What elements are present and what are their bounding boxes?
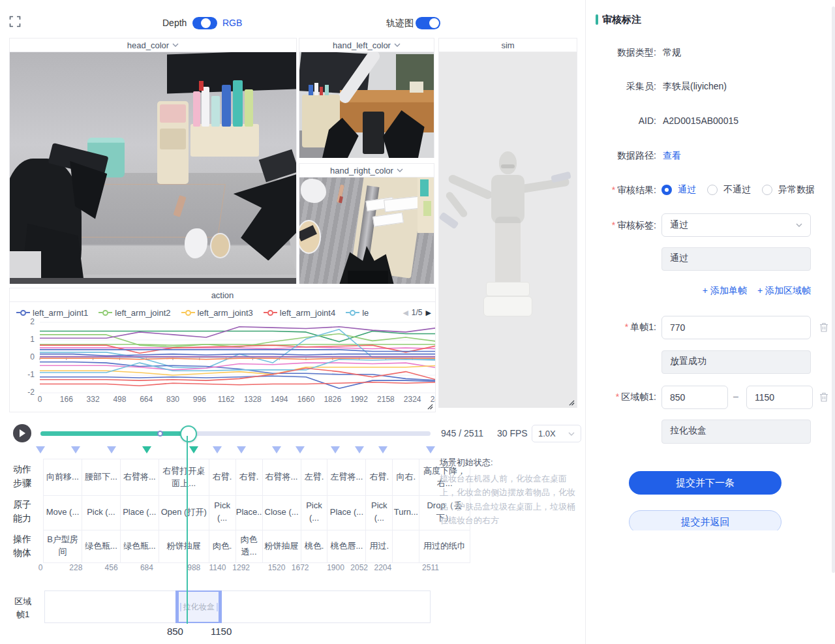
step-cell[interactable]: 右臂将... <box>263 459 301 495</box>
object-cell[interactable] <box>393 530 419 562</box>
legend-item[interactable]: left_arm_joint4 <box>264 308 335 318</box>
step-cell[interactable]: 向右. <box>393 459 419 495</box>
object-cell[interactable]: 肉色透... <box>236 530 263 562</box>
timeline-marker[interactable] <box>71 446 80 453</box>
progress-handle[interactable] <box>180 425 197 442</box>
submit-next-button[interactable]: 提交并下一条 <box>629 471 782 495</box>
region-start-input[interactable] <box>661 386 728 409</box>
hand-right-camera-title: hand_right_color <box>330 166 393 176</box>
timeline-marker[interactable] <box>296 446 305 453</box>
object-cell[interactable]: 用过的纸巾 <box>419 530 470 562</box>
depth-rgb-toggle[interactable] <box>192 17 217 29</box>
panel-scrollbar[interactable] <box>832 7 835 573</box>
trash-icon[interactable] <box>819 391 829 403</box>
ability-cell[interactable]: Place (... <box>327 495 366 530</box>
radio-pass[interactable] <box>661 185 672 195</box>
chevron-down-icon <box>394 43 401 47</box>
object-cell[interactable]: 绿色瓶... <box>121 530 159 562</box>
trash-icon[interactable] <box>819 322 829 333</box>
object-cell[interactable]: 桃色. <box>301 530 328 562</box>
step-cell[interactable]: 左臂将... <box>327 459 366 495</box>
radio-abnormal[interactable] <box>762 185 772 195</box>
progress-track[interactable] <box>40 431 431 436</box>
timeline-marker[interactable] <box>142 446 151 453</box>
trajectory-toggle[interactable] <box>416 17 440 29</box>
object-cell[interactable]: 粉饼抽屉 <box>263 530 301 562</box>
ability-cell[interactable]: Pick (... <box>301 495 328 530</box>
region-drag-right[interactable] <box>217 603 218 611</box>
frame-scale-label: 0 <box>38 563 43 572</box>
step-cell[interactable]: 左臂. <box>301 459 328 495</box>
region-frame-note[interactable]: 拉化妆盒 <box>661 420 811 444</box>
single-frame-input[interactable] <box>661 316 811 339</box>
timeline-marker[interactable] <box>36 446 45 453</box>
y-tick-label: -2 <box>18 388 35 397</box>
legend-item[interactable]: left_arm_joint1 <box>16 308 88 318</box>
step-cell[interactable]: 右臂将... <box>121 459 159 495</box>
speed-select[interactable]: 1.0X <box>532 425 581 442</box>
legend-item[interactable]: left_arm_joint2 <box>99 308 170 318</box>
resize-handle-icon[interactable] <box>569 400 575 406</box>
ability-cell[interactable]: Turn... <box>393 495 419 530</box>
timeline-marker[interactable] <box>378 446 387 453</box>
ability-cell[interactable]: Place (... <box>121 495 159 530</box>
timeline-marker[interactable] <box>213 446 222 453</box>
step-cell[interactable]: 腰部下... <box>82 459 121 495</box>
step-cell[interactable]: 右臂打开桌面上... <box>159 459 209 495</box>
data-path-link[interactable]: 查看 <box>663 150 681 162</box>
radio-fail[interactable] <box>707 185 718 195</box>
radio-pass-label[interactable]: 通过 <box>678 184 696 196</box>
ability-cell[interactable]: Pick (... <box>209 495 236 530</box>
fullscreen-icon[interactable] <box>9 16 21 27</box>
region-drag-left[interactable] <box>180 603 181 611</box>
frame-scale-label: 988 <box>187 563 200 572</box>
hand-right-camera-select[interactable]: hand_right_color <box>299 164 434 177</box>
legend-next-icon[interactable]: ▶ <box>426 309 431 317</box>
object-cell[interactable]: 粉饼抽屉 <box>159 530 209 562</box>
step-cell[interactable]: 向前移... <box>44 459 82 495</box>
review-tag-select[interactable]: 通过 <box>661 213 811 237</box>
ability-cell[interactable]: Open (打开) <box>159 495 209 530</box>
timeline-marker[interactable] <box>272 446 281 453</box>
timeline-marker[interactable] <box>189 446 198 453</box>
timeline-marker[interactable] <box>237 446 246 453</box>
step-cell[interactable]: 右臂. <box>209 459 236 495</box>
scene-state-title: 场景初始状态: <box>440 457 581 468</box>
timeline-marker[interactable] <box>331 446 340 453</box>
step-cell[interactable]: 右臂. <box>236 459 263 495</box>
ability-cell[interactable]: Close (... <box>263 495 301 530</box>
region-track[interactable]: 拉化妆盒 <box>44 590 431 623</box>
ability-cell[interactable]: Place.. <box>236 495 263 530</box>
legend-prev-icon[interactable]: ◀ <box>402 309 408 317</box>
head-camera-select[interactable]: head_color <box>10 38 296 52</box>
play-button[interactable] <box>13 424 31 442</box>
object-cell[interactable]: B户型房间 <box>44 530 82 562</box>
timeline-marker[interactable] <box>107 446 116 453</box>
review-result-group: 通过 不通过 异常数据 <box>661 184 815 196</box>
submit-back-button[interactable]: 提交并返回 <box>629 510 782 530</box>
legend-item[interactable]: left_arm_joint3 <box>181 308 253 318</box>
object-cell[interactable]: 桃色唇... <box>327 530 366 562</box>
step-cell[interactable]: 右臂. <box>366 459 393 495</box>
hand-left-camera-select[interactable]: hand_left_color <box>299 38 434 52</box>
object-cell[interactable]: 绿色瓶... <box>82 530 121 562</box>
object-cell[interactable]: 用过. <box>366 530 393 562</box>
resize-handle-icon[interactable] <box>427 404 433 410</box>
timeline-marker[interactable] <box>355 446 364 453</box>
legend-item[interactable]: le <box>346 308 369 318</box>
object-cell[interactable]: 肉色. <box>209 530 236 562</box>
ability-cell[interactable]: Pick (... <box>366 495 393 530</box>
radio-abnormal-label[interactable]: 异常数据 <box>778 184 815 196</box>
add-region-frame-link[interactable]: + 添加区域帧 <box>757 285 811 297</box>
single-frame-note[interactable]: 放置成功 <box>661 350 811 374</box>
x-tick-label: 2324 <box>404 395 421 404</box>
timeline-marker[interactable] <box>426 446 435 453</box>
add-single-frame-link[interactable]: + 添加单帧 <box>703 285 747 297</box>
region-end-input[interactable] <box>746 386 813 409</box>
ability-cell[interactable]: Move (... <box>44 495 82 530</box>
region-highlight[interactable]: 拉化妆盒 <box>175 590 222 623</box>
ability-cell[interactable]: Pick (... <box>82 495 121 530</box>
hand-left-camera-title: hand_left_color <box>333 40 391 50</box>
review-tag-note[interactable]: 通过 <box>661 247 811 271</box>
radio-fail-label[interactable]: 不通过 <box>723 184 751 196</box>
